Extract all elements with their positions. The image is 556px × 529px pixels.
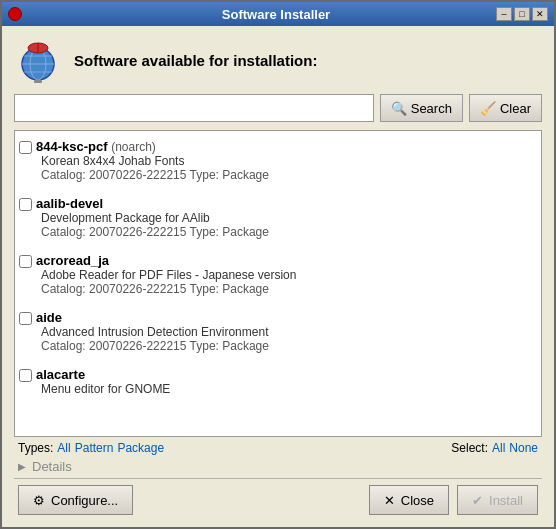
search-button[interactable]: 🔍 Search	[380, 94, 463, 122]
pkg-catalog: Catalog: 20070226-222215 Type: Package	[41, 225, 533, 239]
pkg-name: acroread_ja	[36, 253, 109, 268]
install-label: Install	[489, 493, 523, 508]
package-list[interactable]: 844-ksc-pcf (noarch) Korean 8x4x4 Johab …	[14, 130, 542, 437]
header-row: Software available for installation:	[14, 36, 542, 84]
details-row: ▶ Details	[14, 457, 542, 478]
minimize-button[interactable]: –	[496, 7, 512, 21]
pkg-checkbox-aalib-devel[interactable]	[19, 198, 32, 211]
close-icon: ✕	[384, 493, 395, 508]
globe-icon	[14, 36, 62, 84]
pkg-desc: Advanced Intrusion Detection Environment	[41, 325, 533, 339]
search-label: Search	[411, 101, 452, 116]
main-window: Software Installer – □ ✕	[0, 0, 556, 529]
pkg-name: 844-ksc-pcf (noarch)	[36, 139, 156, 154]
clear-label: Clear	[500, 101, 531, 116]
pkg-checkbox-alacarte[interactable]	[19, 369, 32, 382]
types-package-link[interactable]: Package	[117, 441, 164, 455]
pkg-catalog: Catalog: 20070226-222215 Type: Package	[41, 168, 533, 182]
window-controls: – □ ✕	[496, 7, 548, 21]
configure-label: Configure...	[51, 493, 118, 508]
pkg-catalog: Catalog: 20070226-222215 Type: Package	[41, 282, 533, 296]
buttons-row: ⚙ Configure... ✕ Close ✔ Install	[14, 478, 542, 519]
close-label: Close	[401, 493, 434, 508]
pkg-header: 844-ksc-pcf (noarch)	[19, 139, 533, 154]
list-inner: 844-ksc-pcf (noarch) Korean 8x4x4 Johab …	[15, 131, 541, 404]
details-label[interactable]: Details	[32, 459, 72, 474]
pkg-extra: (noarch)	[111, 140, 156, 154]
list-item: aide Advanced Intrusion Detection Enviro…	[15, 306, 541, 357]
header-text: Software available for installation:	[74, 52, 317, 69]
clear-icon: 🧹	[480, 101, 496, 116]
pkg-catalog: Catalog: 20070226-222215 Type: Package	[41, 339, 533, 353]
pkg-name: aalib-devel	[36, 196, 103, 211]
pkg-header: aalib-devel	[19, 196, 533, 211]
configure-icon: ⚙	[33, 493, 45, 508]
list-item: 844-ksc-pcf (noarch) Korean 8x4x4 Johab …	[15, 135, 541, 186]
close-button[interactable]: ✕ Close	[369, 485, 449, 515]
select-all-link[interactable]: All	[492, 441, 505, 455]
pkg-desc: Adobe Reader for PDF Files - Japanese ve…	[41, 268, 533, 282]
pkg-checkbox-aide[interactable]	[19, 312, 32, 325]
details-arrow-icon: ▶	[18, 461, 26, 472]
list-item: acroread_ja Adobe Reader for PDF Files -…	[15, 249, 541, 300]
window-title: Software Installer	[56, 7, 496, 22]
types-pattern-link[interactable]: Pattern	[75, 441, 114, 455]
pkg-name: aide	[36, 310, 62, 325]
content-area: Software available for installation: 🔍 S…	[2, 26, 554, 527]
list-item: alacarte Menu editor for GNOME	[15, 363, 541, 400]
install-icon: ✔	[472, 493, 483, 508]
types-row: Types: All Pattern Package	[18, 441, 164, 455]
pkg-checkbox-acroread-ja[interactable]	[19, 255, 32, 268]
pkg-desc: Korean 8x4x4 Johab Fonts	[41, 154, 533, 168]
pkg-header: alacarte	[19, 367, 533, 382]
bottom-bar: Types: All Pattern Package Select: All N…	[14, 437, 542, 457]
btn-right: ✕ Close ✔ Install	[369, 485, 538, 515]
title-bar: Software Installer – □ ✕	[2, 2, 554, 26]
close-button[interactable]: ✕	[532, 7, 548, 21]
maximize-button[interactable]: □	[514, 7, 530, 21]
types-all-link[interactable]: All	[57, 441, 70, 455]
clear-button[interactable]: 🧹 Clear	[469, 94, 542, 122]
select-none-link[interactable]: None	[509, 441, 538, 455]
pkg-desc: Development Package for AAlib	[41, 211, 533, 225]
pkg-checkbox-844-ksc-pcf[interactable]	[19, 141, 32, 154]
list-item: aalib-devel Development Package for AAli…	[15, 192, 541, 243]
pkg-header: aide	[19, 310, 533, 325]
select-label: Select:	[451, 441, 488, 455]
select-row: Select: All None	[451, 441, 538, 455]
configure-button[interactable]: ⚙ Configure...	[18, 485, 133, 515]
search-row: 🔍 Search 🧹 Clear	[14, 94, 542, 122]
types-label: Types:	[18, 441, 53, 455]
search-icon: 🔍	[391, 101, 407, 116]
install-button[interactable]: ✔ Install	[457, 485, 538, 515]
svg-rect-5	[34, 80, 42, 83]
pkg-desc: Menu editor for GNOME	[41, 382, 533, 396]
pkg-header: acroread_ja	[19, 253, 533, 268]
pkg-name: alacarte	[36, 367, 85, 382]
btn-left: ⚙ Configure...	[18, 485, 133, 515]
search-input[interactable]	[14, 94, 374, 122]
